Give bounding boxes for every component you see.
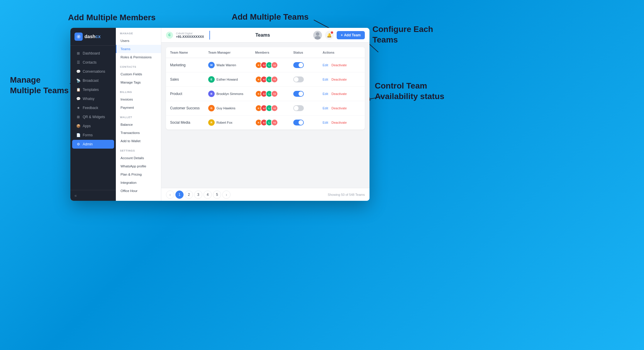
sidebar-item-label: Dashboard — [83, 51, 100, 55]
deactivate-button[interactable]: Deactivate — [331, 106, 347, 110]
sidebar-item-label: Feedback — [83, 106, 98, 110]
notification-button[interactable]: 🔔 — [325, 31, 334, 40]
submenu-item-office-hour[interactable]: Office Hour — [116, 187, 161, 195]
edit-button[interactable]: Edit — [323, 106, 328, 110]
toggle-knob — [299, 63, 303, 67]
submenu-item-balance[interactable]: Balance — [116, 120, 161, 129]
main-content: C Cobold Digital +91-XXXXXXXXXX Teams 🔔 … — [161, 28, 370, 201]
pagination-bar: ‹ 1 2 3 4 5 › Showing 50 of 548 Teams — [161, 188, 370, 201]
sidebar-collapse-button[interactable]: « — [70, 190, 116, 201]
status-toggle[interactable] — [293, 62, 304, 68]
annotation-configure-teams: Configure EachTeams — [372, 24, 460, 45]
manager-name: Esther Howard — [216, 78, 238, 81]
deactivate-button[interactable]: Deactivate — [331, 92, 347, 96]
contacts-section-label: CONTACTS — [116, 61, 161, 70]
svg-point-7 — [316, 32, 319, 36]
status-toggle[interactable] — [293, 105, 304, 111]
feedback-icon: ★ — [76, 106, 80, 110]
pagination-prev-button[interactable]: ‹ — [166, 191, 174, 199]
actions-cell: Edit Deactivate — [318, 117, 362, 128]
manager-cell: B Brooklyn Simmons — [204, 87, 251, 101]
manager-cell: R Robert Fox — [204, 116, 251, 129]
submenu-item-manage-tags[interactable]: Manage Tags — [116, 78, 161, 86]
submenu-item-users[interactable]: Users — [116, 37, 161, 45]
manage-section-label: MANAGE — [116, 28, 161, 37]
toggle-knob — [294, 106, 299, 111]
add-team-button[interactable]: + Add Team — [337, 31, 365, 39]
notification-dot — [331, 31, 333, 34]
submenu-item-roles[interactable]: Roles & Permissions — [116, 53, 161, 61]
manager-cell: E Esther Howard — [204, 73, 251, 86]
status-toggle[interactable] — [293, 91, 304, 97]
members-cell: K A L +2 — [251, 72, 289, 86]
pagination-page-1[interactable]: 1 — [175, 191, 184, 199]
pagination-page-4[interactable]: 4 — [204, 191, 212, 199]
submenu-item-custom-fields[interactable]: Custom Fields — [116, 70, 161, 78]
status-toggle[interactable] — [293, 77, 304, 82]
submenu-item-transactions[interactable]: Transactions — [116, 129, 161, 137]
admin-icon: ⚙ — [76, 142, 80, 146]
divider — [209, 31, 210, 40]
sidebar-item-forms[interactable]: 📄 Forms — [72, 131, 114, 140]
broadcast-icon: 📡 — [76, 79, 80, 83]
contacts-icon: ☰ — [76, 60, 80, 64]
sidebar-item-label: Forms — [83, 133, 93, 137]
edit-button[interactable]: Edit — [323, 78, 328, 81]
pagination-next-button[interactable]: › — [222, 191, 231, 199]
logo-icon: d — [74, 33, 83, 41]
logo-text: dashcx — [84, 34, 101, 39]
team-name-cell: Customer Success — [166, 103, 204, 114]
sidebar-item-contacts[interactable]: ☰ Contacts — [72, 58, 114, 67]
sidebar-item-templates[interactable]: 📋 Templates — [72, 85, 114, 94]
edit-button[interactable]: Edit — [323, 121, 328, 124]
company-info: Cobold Digital +91-XXXXXXXXXX — [176, 32, 204, 38]
table-row: Marketing W Wade Warren K A L +2 — [166, 58, 365, 72]
teams-table: Team Name Team Manager Members Status Ac… — [166, 47, 365, 130]
sidebar-item-qr-widgets[interactable]: ⊞ QR & Widgets — [72, 113, 114, 121]
manager-name: Brooklyn Simmons — [216, 92, 243, 96]
submenu-item-account-details[interactable]: Account Details — [116, 154, 161, 162]
dashboard-icon: ⊞ — [76, 51, 80, 55]
submenu-item-add-to-wallet[interactable]: Add to Wallet — [116, 137, 161, 145]
deactivate-button[interactable]: Deactivate — [331, 78, 347, 81]
sidebar-item-dashboard[interactable]: ⊞ Dashboard — [72, 49, 114, 58]
submenu-item-invoices[interactable]: Invoices — [116, 95, 161, 103]
manager-avatar: G — [208, 105, 215, 111]
sidebar: d dashcx ⊞ Dashboard ☰ Contacts 💬 Conver… — [70, 28, 116, 201]
members-cell: K A L +2 — [251, 58, 289, 72]
sidebar-item-apps[interactable]: 📦 Apps — [72, 122, 114, 130]
conversations-icon: 💬 — [76, 69, 80, 74]
team-name-cell: Marketing — [166, 60, 204, 71]
teams-area: Team Name Team Manager Members Status Ac… — [161, 43, 370, 188]
status-cell — [289, 116, 318, 129]
user-avatar — [313, 31, 322, 40]
sidebar-item-whatsy[interactable]: 💬 Whatsy — [72, 94, 114, 103]
submenu-item-whatsapp-profile[interactable]: WhatsApp profile — [116, 162, 161, 170]
table-row: Social Media R Robert Fox K A L +2 — [166, 115, 365, 130]
deactivate-button[interactable]: Deactivate — [331, 63, 347, 67]
pagination-page-2[interactable]: 2 — [185, 191, 193, 199]
topbar-phone: +91-XXXXXXXXXX — [176, 35, 204, 38]
deactivate-button[interactable]: Deactivate — [331, 121, 347, 124]
sidebar-item-conversations[interactable]: 💬 Conversations — [72, 67, 114, 76]
apps-icon: 📦 — [76, 124, 80, 128]
sidebar-item-admin[interactable]: ⚙ Admin — [72, 140, 114, 149]
edit-button[interactable]: Edit — [323, 92, 328, 96]
manager-avatar: B — [208, 91, 215, 97]
sidebar-item-broadcast[interactable]: 📡 Broadcast — [72, 76, 114, 85]
edit-button[interactable]: Edit — [323, 63, 328, 67]
sidebar-nav: ⊞ Dashboard ☰ Contacts 💬 Conversations 📡… — [70, 46, 116, 190]
pagination-page-5[interactable]: 5 — [213, 191, 221, 199]
status-toggle[interactable] — [293, 120, 304, 125]
manager-cell: W Wade Warren — [204, 58, 251, 72]
submenu-item-payment[interactable]: Payment — [116, 103, 161, 112]
pagination-page-3[interactable]: 3 — [194, 191, 202, 199]
sidebar-item-feedback[interactable]: ★ Feedback — [72, 103, 114, 112]
company-icon: C — [166, 32, 173, 39]
actions-cell: Edit Deactivate — [318, 60, 362, 71]
submenu-item-teams[interactable]: Teams — [116, 45, 161, 53]
submenu-item-plan-pricing[interactable]: Plan & Pricing — [116, 170, 161, 179]
submenu-item-integration[interactable]: Integration — [116, 179, 161, 187]
actions-cell: Edit Deactivate — [318, 103, 362, 114]
sidebar-item-label: Broadcast — [83, 79, 99, 83]
